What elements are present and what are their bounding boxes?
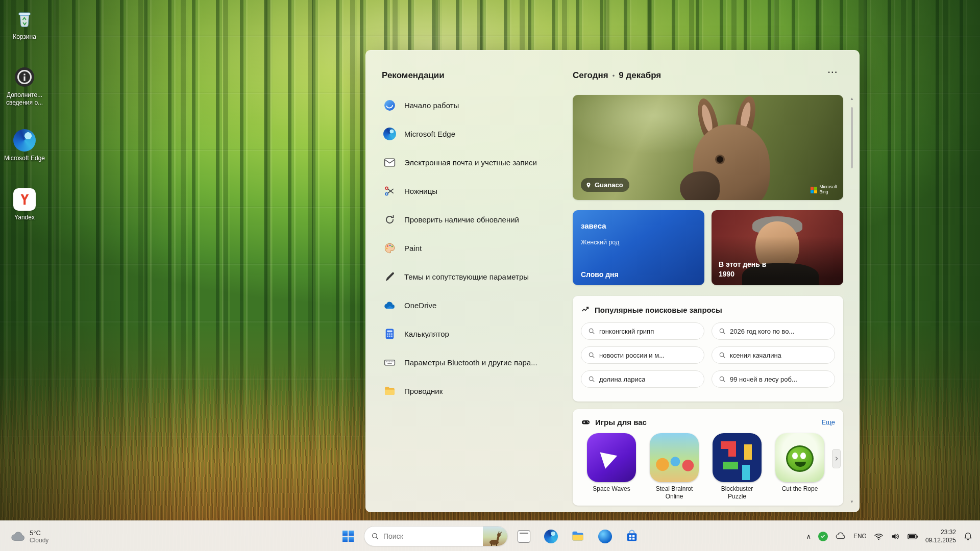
desktop-icon-recycle-bin[interactable]: Корзина — [1, 7, 48, 41]
game-tile-space-waves[interactable]: Space Waves — [587, 433, 636, 500]
recommendation-item-themes[interactable]: Темы и сопутствующие параметры — [378, 262, 573, 291]
chevron-up-icon: ∧ — [806, 533, 811, 540]
recommendation-item-edge[interactable]: Microsoft Edge — [378, 119, 573, 148]
scroll-down-button[interactable]: ▼ — [848, 498, 855, 505]
desktop-icon-more-info[interactable]: Дополните... сведения о... — [1, 65, 48, 107]
battery-button[interactable] — [904, 526, 921, 546]
recommendation-item-calculator[interactable]: Калькулятор — [378, 319, 573, 348]
location-label: Guanaco — [595, 181, 623, 189]
taskbar-app-window[interactable] — [512, 525, 535, 547]
game-title: Space Waves — [587, 485, 636, 500]
desktop-icon-label: Yandex — [14, 214, 35, 221]
today-title: Сегодня — [573, 70, 608, 80]
game-tiles: Space Waves Steal Brainrot Online Blockb… — [581, 433, 835, 500]
edge-icon — [544, 530, 558, 543]
game-tile-cut-the-rope[interactable]: Cut the Rope — [775, 433, 824, 500]
recommendation-label: Калькулятор — [404, 330, 449, 338]
games-scroll-right-button[interactable] — [832, 449, 841, 468]
themes-pen-icon — [383, 270, 396, 283]
trending-query-button[interactable]: 99 ночей в лесу роб... — [712, 370, 835, 388]
recommendation-item-snipping-tool[interactable]: Ножницы — [378, 177, 573, 205]
recommendation-item-mail-accounts[interactable]: Электронная почта и учетные записи — [378, 148, 573, 177]
taskbar-search-box[interactable] — [364, 526, 508, 546]
on-this-day-card[interactable]: В этот день в 1990 — [712, 210, 843, 285]
tray-date: 09.12.2025 — [925, 536, 956, 544]
trending-query-button[interactable]: 2026 год кого по во... — [712, 322, 835, 340]
search-daily-image[interactable] — [483, 526, 507, 546]
store-icon — [625, 529, 639, 543]
game-title: Steal Brainrot Online — [650, 485, 699, 500]
scrollbar-thumb[interactable] — [851, 107, 853, 168]
app-window-icon — [518, 530, 530, 543]
trending-title: Популярные поисковые запросы — [595, 306, 722, 314]
search-icon — [371, 532, 379, 540]
yandex-icon — [13, 188, 36, 211]
chevron-right-icon — [834, 456, 839, 461]
word-of-day-caption: Слово дня — [581, 270, 619, 279]
search-icon — [588, 328, 595, 335]
word-of-day-card[interactable]: завеса Женский род Слово дня — [573, 210, 704, 285]
daily-image-card[interactable]: Guanaco Microsoft Bing — [573, 95, 843, 200]
file-explorer-icon — [383, 384, 396, 397]
search-icon — [588, 375, 595, 383]
clock-button[interactable]: 23:32 09.12.2025 — [922, 526, 959, 546]
recommendation-label: Ножницы — [404, 187, 437, 195]
recommendation-item-paint[interactable]: Paint — [378, 234, 573, 262]
today-date: 9 декабря — [619, 70, 661, 80]
tray-security-app[interactable] — [815, 526, 831, 546]
calculator-icon — [383, 327, 396, 340]
today-header: Сегодня•9 декабря — [573, 70, 661, 81]
search-input[interactable] — [383, 532, 479, 540]
tray-overflow-button[interactable]: ∧ — [803, 526, 814, 546]
query-label: новости россии и м... — [599, 352, 665, 359]
taskbar-store[interactable] — [621, 525, 643, 547]
tray-onedrive[interactable] — [832, 526, 849, 546]
taskbar: 5°C Cloudy — [0, 520, 980, 551]
recommendation-label: Темы и сопутствующие параметры — [404, 272, 529, 281]
notification-center-button[interactable] — [960, 526, 976, 546]
recommendation-item-onedrive[interactable]: OneDrive — [378, 291, 573, 319]
recommendations-title: Рекомендации — [382, 70, 445, 81]
mini-cards-row: завеса Женский род Слово дня В этот день… — [573, 210, 843, 285]
taskbar-browser[interactable] — [594, 525, 616, 547]
start-button[interactable] — [337, 525, 359, 547]
speaker-icon — [891, 532, 900, 541]
recommendation-item-getting-started[interactable]: Начало работы — [378, 91, 573, 119]
guanaco-eye — [717, 156, 723, 163]
desktop-icon-edge[interactable]: Microsoft Edge — [1, 129, 48, 162]
query-label: 2026 год кого по во... — [730, 328, 794, 335]
games-header: Игры для вас — [581, 417, 647, 427]
today-menu-button[interactable]: ... — [828, 65, 838, 76]
game-tile-steal-brainrot[interactable]: Steal Brainrot Online — [650, 433, 699, 500]
taskbar-file-explorer[interactable] — [567, 525, 589, 547]
taskbar-edge[interactable] — [540, 525, 562, 547]
volume-button[interactable] — [888, 526, 903, 546]
trending-query-button[interactable]: ксения качалина — [712, 346, 835, 364]
tray-time: 23:32 — [925, 528, 956, 536]
trending-query-button[interactable]: долина лариса — [581, 370, 704, 388]
game-tile-blockbuster-puzzle[interactable]: Blockbuster Puzzle — [713, 433, 762, 500]
today-separator: • — [612, 72, 615, 80]
scroll-up-button[interactable]: ▲ — [848, 95, 855, 102]
language-switcher[interactable]: ENG — [850, 526, 870, 546]
trending-queries: гонконгский грипп 2026 год кого по во...… — [581, 322, 835, 388]
trending-query-button[interactable]: гонконгский грипп — [581, 322, 704, 340]
recommendation-item-bluetooth-settings[interactable]: Параметры Bluetooth и другие пара... — [378, 348, 573, 377]
edge-icon — [13, 129, 36, 152]
security-shield-icon — [818, 532, 828, 541]
recommendation-item-check-updates[interactable]: Проверить наличие обновлений — [378, 205, 573, 234]
snipping-tool-icon — [383, 184, 396, 197]
bing-brand-label: Microsoft Bing — [820, 185, 837, 195]
desktop-icon-label: Дополните... сведения о... — [6, 91, 43, 107]
games-more-link[interactable]: Еще — [822, 418, 835, 426]
network-button[interactable] — [871, 526, 887, 546]
recommendation-item-file-explorer[interactable]: Проводник — [378, 377, 573, 405]
weather-widget[interactable]: 5°C Cloudy — [5, 521, 54, 551]
desktop-icon-yandex[interactable]: Yandex — [1, 188, 48, 221]
mail-icon — [383, 156, 396, 169]
paint-icon — [383, 241, 396, 255]
steal-brainrot-art — [650, 433, 699, 482]
recommendations-list: Начало работы Microsoft Edge Электронная… — [378, 91, 573, 405]
trending-query-button[interactable]: новости россии и м... — [581, 346, 704, 364]
query-label: долина лариса — [599, 375, 645, 383]
